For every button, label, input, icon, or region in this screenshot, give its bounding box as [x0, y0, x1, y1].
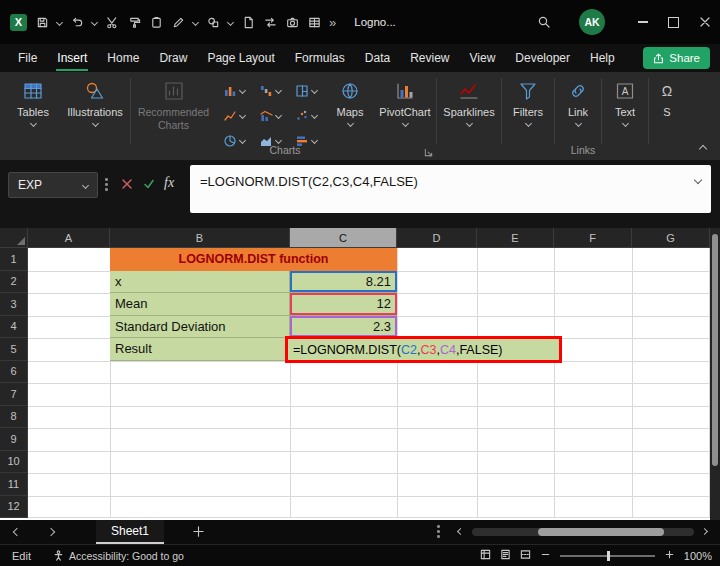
shapes-icon[interactable] [206, 15, 220, 29]
cell-B5[interactable]: Result [110, 338, 290, 361]
row-header-3[interactable]: 3 [0, 293, 28, 316]
ribbon-tab-developer[interactable]: Developer [513, 47, 572, 69]
paste-icon[interactable] [149, 15, 163, 29]
sheet-tab-sheet1[interactable]: Sheet1 [96, 520, 164, 544]
formula-bar-input[interactable]: =LOGNORM.DIST(C2,C3,C4,FALSE) [190, 165, 711, 213]
share-button[interactable]: Share [643, 47, 710, 69]
normal-view-icon[interactable] [480, 549, 491, 562]
ribbon-tab-home[interactable]: Home [105, 47, 141, 69]
ribbon-tab-data[interactable]: Data [363, 47, 392, 69]
ribbon-tab-review[interactable]: Review [408, 47, 451, 69]
text-button[interactable]: A Text [602, 72, 648, 160]
insert-function-button[interactable]: fx [164, 175, 174, 191]
cell-C3[interactable]: 12 [290, 293, 397, 316]
ribbon-tab-help[interactable]: Help [588, 47, 617, 69]
cell-B1-merged-title[interactable]: LOGNORM.DIST function [110, 248, 397, 271]
row-header-9[interactable]: 9 [0, 428, 28, 451]
row-header-8[interactable]: 8 [0, 406, 28, 429]
column-header-A[interactable]: A [28, 228, 110, 248]
undo-icon[interactable] [70, 15, 84, 29]
switch-windows-icon[interactable] [263, 15, 277, 29]
vertical-scrollbar-thumb[interactable] [712, 234, 718, 466]
illustrations-button[interactable]: Illustrations [60, 72, 130, 160]
vertical-scrollbar[interactable] [710, 228, 720, 520]
horizontal-scrollbar-thumb[interactable] [538, 528, 664, 536]
cancel-button[interactable] [118, 175, 136, 193]
cell-C2[interactable]: 8.21 [290, 271, 397, 294]
zoom-out-icon[interactable] [540, 549, 551, 562]
column-chart-icon[interactable] [223, 84, 245, 98]
treemap-chart-icon[interactable] [295, 84, 317, 98]
hscroll-left-arrow-icon[interactable] [457, 528, 464, 535]
cell-C4[interactable]: 2.3 [290, 316, 397, 339]
cell-B3[interactable]: Mean [110, 293, 290, 316]
excel-app-icon[interactable]: X [10, 14, 27, 31]
search-icon[interactable] [537, 15, 551, 29]
filters-button[interactable]: Filters [502, 72, 554, 160]
column-header-E[interactable]: E [477, 228, 554, 248]
charts-dialog-launcher-icon[interactable] [424, 143, 434, 153]
sheet-more-icon[interactable] [437, 525, 440, 528]
camera-icon[interactable] [285, 15, 299, 29]
new-document-icon[interactable] [241, 15, 255, 29]
column-header-F[interactable]: F [554, 228, 632, 248]
combo-chart-icon[interactable] [259, 109, 281, 123]
row-header-12[interactable]: 12 [0, 496, 28, 519]
ribbon-tab-view[interactable]: View [468, 47, 498, 69]
column-header-B[interactable]: B [110, 228, 290, 248]
shapes-dropdown-chevron-icon[interactable] [227, 18, 234, 25]
save-dropdown-chevron-icon[interactable] [56, 18, 63, 25]
pen-dropdown-chevron-icon[interactable] [192, 18, 199, 25]
ribbon-tab-formulas[interactable]: Formulas [293, 47, 347, 69]
tables-button[interactable]: Tables [6, 72, 60, 160]
zoom-in-icon[interactable] [664, 549, 675, 562]
row-header-5[interactable]: 5 [0, 338, 28, 361]
name-box[interactable]: EXP [8, 172, 98, 198]
scatter-chart-icon[interactable] [295, 109, 317, 123]
ribbon-tab-file[interactable]: File [16, 47, 39, 69]
hscroll-right-arrow-icon[interactable] [701, 528, 708, 535]
row-header-2[interactable]: 2 [0, 271, 28, 294]
select-all-button[interactable] [0, 228, 28, 248]
row-header-7[interactable]: 7 [0, 383, 28, 406]
row-header-4[interactable]: 4 [0, 316, 28, 339]
collapse-ribbon-icon[interactable] [699, 145, 707, 153]
waterfall-chart-icon[interactable] [259, 84, 281, 98]
formula-bar-expand-icon[interactable] [694, 176, 702, 184]
cells-area[interactable]: LOGNORM.DIST function x 8.21 Mean 12 Sta… [28, 248, 710, 518]
page-break-view-icon[interactable] [520, 549, 531, 562]
account-avatar[interactable]: AK [579, 9, 605, 35]
sparklines-button[interactable]: Sparklines [437, 72, 501, 160]
close-button[interactable] [689, 0, 720, 44]
line-chart-icon[interactable] [223, 109, 245, 123]
cell-B4[interactable]: Standard Deviation [110, 316, 290, 339]
row-header-11[interactable]: 11 [0, 473, 28, 496]
minimize-button[interactable] [627, 0, 658, 44]
pen-icon[interactable] [171, 15, 185, 29]
table-icon[interactable] [307, 15, 321, 29]
page-layout-view-icon[interactable] [500, 549, 511, 562]
sheet-nav-next-icon[interactable] [47, 528, 55, 536]
row-header-10[interactable]: 10 [0, 451, 28, 474]
maximize-button[interactable] [658, 0, 689, 44]
zoom-slider[interactable] [560, 555, 655, 557]
cell-C5-formula[interactable]: =LOGNORM.DIST(C2,C3,C4,FALSE) [288, 343, 502, 357]
enter-button[interactable] [140, 175, 158, 193]
undo-dropdown-chevron-icon[interactable] [91, 18, 98, 25]
ribbon-tab-page-layout[interactable]: Page Layout [205, 47, 276, 69]
row-header-6[interactable]: 6 [0, 361, 28, 384]
ribbon-tab-draw[interactable]: Draw [157, 47, 189, 69]
column-header-D[interactable]: D [397, 228, 477, 248]
format-painter-icon[interactable] [127, 15, 141, 29]
ribbon-tab-insert[interactable]: Insert [55, 47, 89, 69]
symbols-button[interactable]: Ω S [649, 72, 685, 160]
zoom-level[interactable]: 100% [684, 550, 712, 562]
zoom-slider-handle[interactable] [607, 551, 610, 561]
save-icon[interactable] [35, 15, 49, 29]
cut-icon[interactable] [105, 15, 119, 29]
formula-bar-grip-icon[interactable] [105, 178, 108, 181]
horizontal-scrollbar[interactable] [472, 528, 694, 536]
qat-overflow-icon[interactable]: » [329, 16, 336, 29]
sheet-nav-prev-icon[interactable] [13, 528, 21, 536]
row-header-1[interactable]: 1 [0, 248, 28, 271]
